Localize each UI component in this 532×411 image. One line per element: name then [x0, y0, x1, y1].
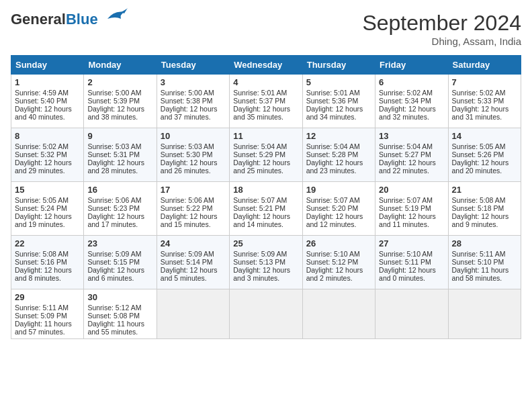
- day-info-line: Sunset: 5:21 PM: [233, 204, 298, 212]
- calendar-cell: 26Sunrise: 5:10 AMSunset: 5:12 PMDayligh…: [302, 236, 375, 289]
- calendar-cell: 20Sunrise: 5:07 AMSunset: 5:19 PMDayligh…: [375, 182, 448, 236]
- day-info-line: Daylight: 12 hours: [233, 266, 298, 274]
- day-info-line: Sunset: 5:33 PM: [452, 97, 517, 105]
- day-info-line: Sunrise: 5:09 AM: [233, 250, 298, 258]
- day-info-line: Daylight: 12 hours: [306, 212, 371, 220]
- day-info-line: Daylight: 12 hours: [161, 158, 226, 167]
- calendar-cell: 6Sunrise: 5:02 AMSunset: 5:34 PMDaylight…: [375, 75, 448, 128]
- day-info-line: Sunrise: 5:04 AM: [306, 142, 371, 150]
- calendar-cell: 9Sunrise: 5:03 AMSunset: 5:31 PMDaylight…: [84, 128, 157, 182]
- day-info-line: Sunrise: 5:10 AM: [306, 250, 371, 258]
- day-info-line: and 26 minutes.: [161, 167, 226, 175]
- day-info-line: and 29 minutes.: [15, 167, 80, 175]
- calendar-header-row: SundayMondayTuesdayWednesdayThursdayFrid…: [11, 56, 521, 75]
- day-number: 12: [306, 131, 371, 141]
- day-info-line: Sunrise: 5:06 AM: [161, 196, 226, 204]
- calendar-cell: 7Sunrise: 5:02 AMSunset: 5:33 PMDaylight…: [448, 75, 521, 128]
- day-info-line: Daylight: 12 hours: [233, 105, 298, 113]
- day-info-line: Daylight: 12 hours: [87, 105, 152, 113]
- day-info-line: Daylight: 12 hours: [452, 212, 517, 220]
- day-number: 11: [233, 131, 298, 141]
- calendar-cell: 2Sunrise: 5:00 AMSunset: 5:39 PMDaylight…: [84, 75, 157, 128]
- day-info-line: Sunset: 5:38 PM: [161, 97, 226, 105]
- day-info-line: Sunrise: 5:02 AM: [15, 142, 80, 150]
- day-info-line: Sunset: 5:37 PM: [233, 97, 298, 105]
- day-info-line: Daylight: 12 hours: [15, 212, 80, 220]
- day-number: 28: [452, 238, 517, 248]
- day-number: 20: [379, 185, 444, 195]
- day-info-line: Sunrise: 5:04 AM: [379, 142, 444, 150]
- day-info-line: Daylight: 12 hours: [233, 158, 298, 167]
- calendar-cell: 3Sunrise: 5:00 AMSunset: 5:38 PMDaylight…: [157, 75, 229, 128]
- day-info-line: Daylight: 12 hours: [15, 158, 80, 167]
- day-info-line: Daylight: 12 hours: [161, 266, 226, 274]
- day-info-line: Sunset: 5:29 PM: [233, 150, 298, 158]
- day-info-line: Daylight: 12 hours: [15, 105, 80, 113]
- calendar-cell: 23Sunrise: 5:09 AMSunset: 5:15 PMDayligh…: [84, 236, 157, 289]
- day-number: 13: [379, 131, 444, 141]
- day-info-line: Daylight: 12 hours: [452, 158, 517, 167]
- calendar-cell: 16Sunrise: 5:06 AMSunset: 5:23 PMDayligh…: [84, 182, 157, 236]
- calendar-cell: 28Sunrise: 5:11 AMSunset: 5:10 PMDayligh…: [448, 236, 521, 289]
- day-info-line: Sunset: 5:15 PM: [87, 258, 152, 266]
- day-info-line: Sunset: 5:08 PM: [87, 312, 152, 320]
- calendar-cell: 15Sunrise: 5:05 AMSunset: 5:24 PMDayligh…: [11, 182, 84, 236]
- day-info-line: Sunrise: 5:11 AM: [15, 304, 80, 312]
- calendar-table: SundayMondayTuesdayWednesdayThursdayFrid…: [11, 55, 521, 339]
- day-info-line: Sunset: 5:10 PM: [452, 258, 517, 266]
- day-info-line: and 22 minutes.: [379, 167, 444, 175]
- day-number: 4: [233, 77, 298, 87]
- day-number: 1: [15, 77, 80, 87]
- day-info-line: Sunrise: 5:06 AM: [87, 196, 152, 204]
- day-number: 7: [452, 77, 517, 87]
- location-text: Dhing, Assam, India: [362, 36, 521, 47]
- calendar-cell: 14Sunrise: 5:05 AMSunset: 5:26 PMDayligh…: [448, 128, 521, 182]
- day-info-line: Daylight: 11 hours: [452, 266, 517, 274]
- day-number: 24: [161, 238, 226, 248]
- day-info-line: Daylight: 12 hours: [379, 212, 444, 220]
- day-number: 30: [87, 292, 152, 302]
- calendar-cell: 22Sunrise: 5:08 AMSunset: 5:16 PMDayligh…: [11, 236, 84, 289]
- day-number: 22: [15, 238, 80, 248]
- day-info-line: Sunrise: 5:12 AM: [87, 304, 152, 312]
- calendar-week-4: 22Sunrise: 5:08 AMSunset: 5:16 PMDayligh…: [11, 236, 521, 289]
- calendar-week-2: 8Sunrise: 5:02 AMSunset: 5:32 PMDaylight…: [11, 128, 521, 182]
- day-info-line: Sunrise: 5:07 AM: [306, 196, 371, 204]
- day-info-line: and 40 minutes.: [15, 113, 80, 121]
- day-info-line: Daylight: 12 hours: [306, 158, 371, 167]
- day-info-line: Daylight: 12 hours: [306, 266, 371, 274]
- calendar-cell: 21Sunrise: 5:08 AMSunset: 5:18 PMDayligh…: [448, 182, 521, 236]
- header-thursday: Thursday: [302, 56, 375, 75]
- day-info-line: and 3 minutes.: [233, 274, 298, 282]
- day-info-line: and 8 minutes.: [15, 274, 80, 282]
- day-info-line: and 37 minutes.: [161, 113, 226, 121]
- day-info-line: and 19 minutes.: [15, 220, 80, 228]
- day-info-line: Sunrise: 5:00 AM: [87, 89, 152, 97]
- day-number: 21: [452, 185, 517, 195]
- day-info-line: and 31 minutes.: [452, 113, 517, 121]
- day-info-line: and 0 minutes.: [379, 274, 444, 282]
- day-info-line: Daylight: 12 hours: [379, 266, 444, 274]
- day-info-line: Sunset: 5:26 PM: [452, 150, 517, 158]
- day-info-line: Sunrise: 5:08 AM: [452, 196, 517, 204]
- header-tuesday: Tuesday: [157, 56, 229, 75]
- day-info-line: Sunrise: 4:59 AM: [15, 89, 80, 97]
- calendar-cell: [157, 289, 229, 339]
- day-info-line: Sunset: 5:18 PM: [452, 204, 517, 212]
- calendar-cell: [375, 289, 448, 339]
- day-number: 19: [306, 185, 371, 195]
- calendar-cell: 18Sunrise: 5:07 AMSunset: 5:21 PMDayligh…: [230, 182, 302, 236]
- day-info-line: Daylight: 11 hours: [87, 320, 152, 328]
- day-info-line: Daylight: 12 hours: [379, 158, 444, 167]
- day-info-line: Sunset: 5:40 PM: [15, 97, 80, 105]
- calendar-cell: 30Sunrise: 5:12 AMSunset: 5:08 PMDayligh…: [84, 289, 157, 339]
- day-number: 6: [379, 77, 444, 87]
- day-info-line: Sunset: 5:32 PM: [15, 150, 80, 158]
- calendar-cell: 24Sunrise: 5:09 AMSunset: 5:14 PMDayligh…: [157, 236, 229, 289]
- calendar-cell: 29Sunrise: 5:11 AMSunset: 5:09 PMDayligh…: [11, 289, 84, 339]
- day-number: 5: [306, 77, 371, 87]
- calendar-cell: 4Sunrise: 5:01 AMSunset: 5:37 PMDaylight…: [230, 75, 302, 128]
- day-info-line: Daylight: 12 hours: [233, 212, 298, 220]
- calendar-week-1: 1Sunrise: 4:59 AMSunset: 5:40 PMDaylight…: [11, 75, 521, 128]
- day-info-line: Sunrise: 5:10 AM: [379, 250, 444, 258]
